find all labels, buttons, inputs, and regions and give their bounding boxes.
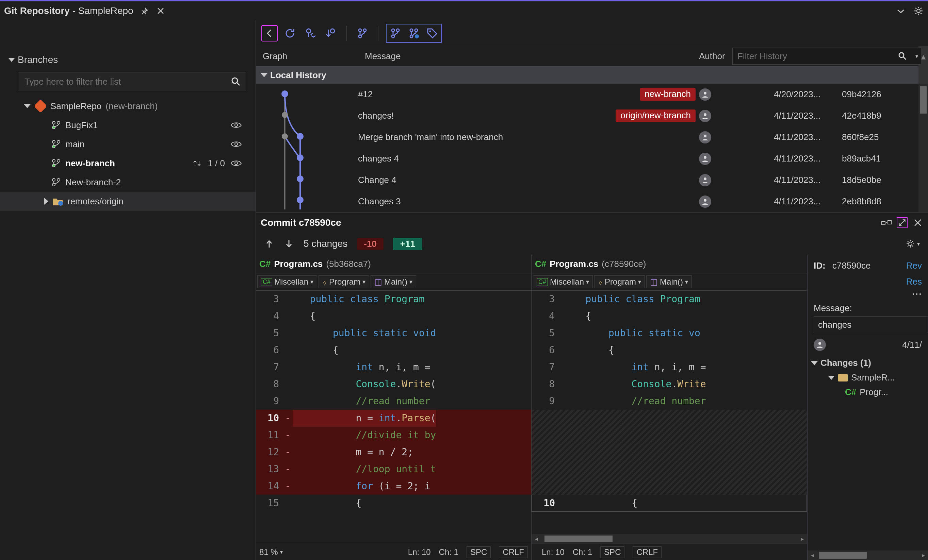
svg-point-7	[52, 140, 55, 143]
avatar-icon	[699, 88, 711, 100]
local-history-header[interactable]: Local History	[256, 67, 919, 84]
chevron-right-icon	[44, 198, 48, 205]
svg-point-3	[52, 122, 55, 124]
branch-icon	[51, 120, 61, 130]
diff-settings-button[interactable]: ▾	[905, 239, 920, 248]
commit-row[interactable]: Changes 3 4/11/2023... 2eb8b8d8	[358, 191, 919, 212]
chevron-down-icon	[828, 376, 835, 380]
maximize-button[interactable]	[897, 217, 908, 228]
commit-row[interactable]: Merge branch 'main' into new-branch 4/11…	[358, 126, 919, 148]
code-right[interactable]: 3 public class Program 4 { 5 public stat…	[531, 291, 807, 534]
svg-point-16	[57, 178, 60, 181]
id-label: ID:	[814, 260, 826, 271]
line-ending[interactable]: CRLF	[633, 546, 662, 558]
svg-point-36	[297, 133, 304, 140]
watch-icon[interactable]	[230, 160, 242, 167]
branch-button[interactable]	[354, 25, 371, 41]
branch-item-main[interactable]: main	[0, 135, 256, 154]
fetch-button[interactable]	[302, 25, 319, 41]
branch-item-new-branch-2[interactable]: New-branch-2	[0, 173, 256, 192]
col-graph[interactable]: Graph	[263, 51, 365, 62]
search-icon[interactable]	[231, 76, 241, 87]
branch-filter-input[interactable]	[19, 72, 245, 91]
crumb-project[interactable]: C#Miscellan▾	[257, 275, 317, 288]
crumb-method[interactable]: ◫Main()▾	[646, 275, 692, 288]
branches-section-header[interactable]: Branches	[0, 46, 256, 68]
history-filter-input[interactable]	[733, 48, 921, 64]
commit-row[interactable]: #12new-branch 4/20/2023... 09b42126	[358, 84, 919, 105]
cursor-line[interactable]: Ln: 10	[408, 548, 431, 557]
crumb-class[interactable]: ⬨Program▾	[594, 275, 645, 288]
statusbar-left: 81 %▾ Ln: 10 Ch: 1 SPC CRLF	[256, 544, 531, 560]
prev-change-button[interactable]	[264, 239, 274, 249]
code-left[interactable]: 3 public class Program 4 { 5 public stat…	[256, 291, 531, 544]
pin-icon[interactable]	[139, 5, 150, 16]
next-change-button[interactable]	[284, 239, 294, 249]
svg-point-34	[282, 112, 288, 118]
more-icon[interactable]: ⋯	[807, 287, 928, 300]
refresh-button[interactable]	[282, 25, 298, 41]
branch-filter[interactable]	[19, 72, 245, 91]
csharp-icon: C#	[845, 387, 856, 397]
close-panel-icon[interactable]	[155, 5, 166, 16]
branch-item-new-branch[interactable]: new-branch 1 / 0	[0, 154, 256, 173]
file-name: Program.cs	[274, 259, 323, 269]
watch-icon[interactable]	[230, 122, 242, 129]
added-count: +11	[393, 238, 422, 250]
horizontal-scrollbar[interactable]: ◂▸	[807, 551, 928, 560]
changes-file[interactable]: C# Progr...	[807, 385, 928, 400]
cursor-line[interactable]: Ln: 10	[542, 548, 565, 557]
back-button[interactable]	[261, 25, 278, 41]
crumb-project[interactable]: C#Miscellan▾	[533, 275, 593, 288]
svg-point-44	[704, 178, 707, 180]
history-filter[interactable]: ▾	[732, 47, 921, 65]
col-message[interactable]: Message	[365, 51, 699, 62]
file-hash: (5b368ca7)	[326, 259, 371, 269]
changes-folder[interactable]: SampleR...	[807, 370, 928, 385]
tags-button[interactable]	[424, 25, 440, 41]
svg-rect-47	[888, 221, 891, 224]
remote-branches-button[interactable]	[406, 25, 422, 41]
commit-row[interactable]: changes 4 4/11/2023... b89acb41	[358, 148, 919, 169]
repo-tree-root[interactable]: SampleRepo (new-branch)	[0, 97, 256, 116]
cursor-col[interactable]: Ch: 1	[573, 548, 592, 557]
window-menu-icon[interactable]	[895, 5, 906, 16]
vertical-scrollbar[interactable]	[919, 84, 928, 212]
svg-point-18	[58, 201, 63, 206]
svg-point-9	[52, 145, 55, 148]
avatar-icon	[699, 174, 711, 186]
watch-icon[interactable]	[230, 140, 242, 148]
line-ending[interactable]: CRLF	[499, 546, 528, 558]
branch-item-bugfix1[interactable]: BugFix1	[0, 116, 256, 135]
crumb-class[interactable]: ⬨Program▾	[319, 275, 369, 288]
branch-icon	[51, 139, 61, 149]
svg-point-11	[52, 160, 55, 162]
svg-point-40	[704, 92, 707, 94]
whitespace-mode[interactable]: SPC	[600, 546, 624, 558]
changes-tree-header[interactable]: Changes (1)	[807, 353, 928, 370]
commit-row[interactable]: Change 4 4/11/2023... 18d5e0be	[358, 169, 919, 191]
crumb-method[interactable]: ◫Main()▾	[371, 275, 416, 288]
avatar-icon	[699, 110, 711, 122]
horizontal-scrollbar[interactable]: ◂▸	[531, 534, 807, 544]
commit-row[interactable]: changes!origin/new-branch 4/11/2023... 4…	[358, 105, 919, 126]
zoom-level[interactable]: 81 %▾	[259, 548, 283, 557]
whitespace-mode[interactable]: SPC	[467, 546, 491, 558]
pull-button[interactable]	[323, 25, 339, 41]
compare-icon[interactable]	[881, 217, 892, 228]
search-icon[interactable]	[898, 51, 907, 61]
file-hash: (c78590ce)	[601, 259, 646, 269]
svg-point-14	[235, 162, 238, 164]
window-title-prefix: Git Repository	[4, 5, 70, 16]
chevron-down-icon	[811, 361, 818, 365]
close-icon[interactable]	[912, 217, 923, 228]
reset-link[interactable]: Res	[906, 277, 922, 287]
svg-point-30	[415, 34, 419, 38]
chevron-down-icon[interactable]: ▾	[916, 53, 918, 59]
local-branches-button[interactable]	[387, 25, 404, 41]
revert-link[interactable]: Rev	[906, 260, 922, 271]
cursor-col[interactable]: Ch: 1	[439, 548, 458, 557]
svg-rect-2	[35, 100, 46, 112]
settings-gear-icon[interactable]	[913, 5, 924, 16]
remotes-item[interactable]: remotes/origin	[0, 192, 256, 211]
